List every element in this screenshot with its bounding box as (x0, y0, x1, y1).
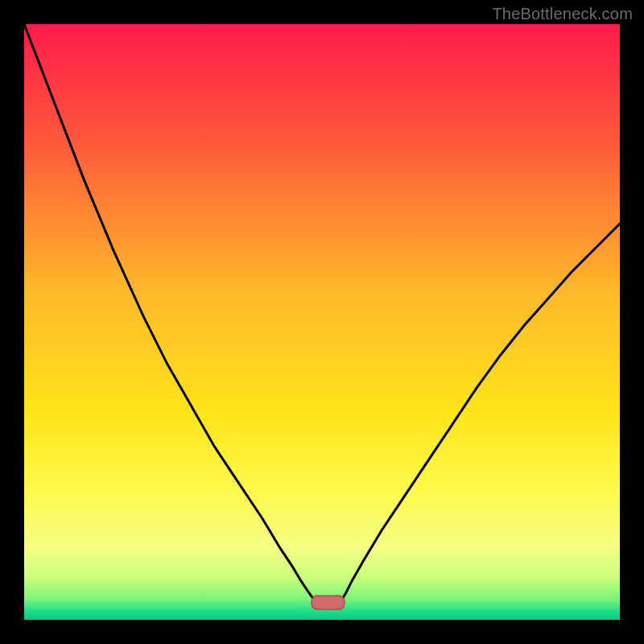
plot-area (24, 24, 620, 620)
watermark-text: TheBottleneck.com (492, 5, 633, 23)
chart-frame: TheBottleneck.com (0, 0, 644, 644)
bottleneck-chart (24, 24, 620, 620)
optimal-marker (312, 596, 345, 609)
gradient-background (24, 24, 620, 620)
